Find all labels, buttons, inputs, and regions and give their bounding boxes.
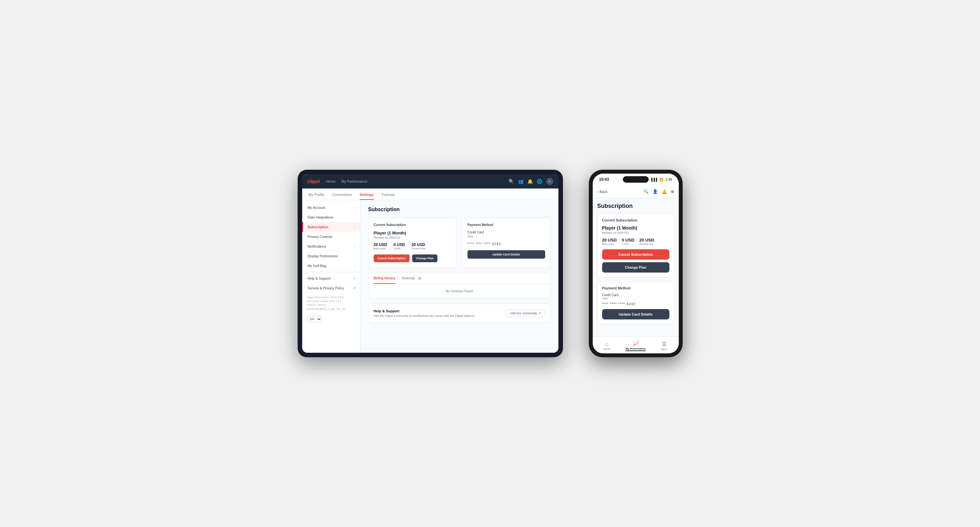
phone-nav-home[interactable]: ⌂ Home <box>593 340 622 351</box>
sidebar-item-subscription[interactable]: Subscription › <box>302 222 360 232</box>
phone-plan-name: Player (1 Month) <box>602 225 670 230</box>
renews-date: Renews on 25/07/23 <box>374 236 451 239</box>
phone-nav-menu[interactable]: ☰ Menu <box>650 340 679 351</box>
search-icon[interactable]: 🔍 <box>644 189 649 194</box>
sidebar-item-data-integrations[interactable]: Data Integrations › <box>302 213 360 222</box>
billing-section: Billing History Referrals 0 No Invoices … <box>368 273 550 298</box>
phone-subscription-card: Current Subscription Player (1 Month) Re… <box>597 213 674 278</box>
phone-nav-performance-label: My Performance <box>625 347 646 351</box>
phone-nav-icons: 🔍 👤 🔔 ⊕ <box>644 189 674 194</box>
chevron-icon: › <box>355 264 356 267</box>
phone-base-price: 20 USD Base price <box>602 238 617 245</box>
language-selector[interactable]: EN <box>307 316 356 322</box>
billing-empty-message: No Invoices Found <box>369 284 550 298</box>
visit-community-button[interactable]: Visit Our Community ↗ <box>506 310 545 317</box>
sidebar-item-privacy[interactable]: Privacy Controls › <box>302 232 360 241</box>
phone-nav-menu-label: Menu <box>661 348 667 351</box>
base-price-label: Base price <box>374 247 387 250</box>
phone-change-plan-button[interactable]: Change Plan <box>602 262 670 273</box>
tablet-subnav: My Profile Connections Settings Tutorial… <box>302 189 558 200</box>
bell-icon[interactable]: 🔔 <box>662 189 667 194</box>
nav-icons: 🔍 👥 🔔 🌐 A <box>509 178 553 185</box>
nav-link-performance[interactable]: My Performance <box>341 179 368 183</box>
phone-payment-title: Payment Method <box>602 286 670 290</box>
users-icon[interactable]: 👥 <box>518 179 523 184</box>
search-icon[interactable]: 🔍 <box>509 179 514 184</box>
external-link-icon: ↗ <box>353 277 356 280</box>
cancel-subscription-button[interactable]: Cancel Subscription <box>374 254 410 262</box>
amount-due-value: 20 USD <box>412 243 425 247</box>
help-description: Visit the Clippd Community to troublesho… <box>374 314 475 317</box>
tab-referrals[interactable]: Referrals 0 <box>402 273 422 284</box>
payment-section-title: Payment Method <box>468 223 545 227</box>
phone-credit-value: 0 USD <box>622 238 634 243</box>
phone-credit: 0 USD Credit <box>622 238 634 245</box>
sidebar-item-help[interactable]: Help & Support ↗ <box>302 273 360 283</box>
subnav-tutorials[interactable]: Tutorials <box>382 193 395 200</box>
phone-card-number: **** **** **** 4242 <box>602 302 670 306</box>
phone-device: 10:43 ▌▌▌ 📶 🔋85 ‹ Back 🔍 👤 🔔 ⊕ Subscript… <box>589 170 682 357</box>
back-button[interactable]: ‹ Back <box>597 190 608 194</box>
tab-billing-history[interactable]: Billing History <box>374 273 396 284</box>
external-link-icon: ↗ <box>353 287 356 290</box>
language-dropdown[interactable]: EN <box>307 316 322 322</box>
globe-icon[interactable]: 🌐 <box>537 179 542 184</box>
phone-amount-due: 20 USD Amount due <box>639 238 654 245</box>
sidebar-item-notifications[interactable]: Notifications › <box>302 241 360 251</box>
chevron-icon: › <box>355 235 356 238</box>
phone-credit-label: Credit <box>622 243 634 245</box>
plus-icon[interactable]: ⊕ <box>671 189 674 194</box>
sidebar-item-golfbag[interactable]: My Golf Bag › <box>302 261 360 271</box>
phone-status-icons: ▌▌▌ 📶 🔋85 <box>651 178 672 181</box>
battery-icon: 🔋85 <box>665 178 672 181</box>
sidebar: My Account › Data Integrations › Subscri… <box>302 200 360 353</box>
phone-cancel-button[interactable]: Cancel Subscription <box>602 249 670 260</box>
billing-tabs: Billing History Referrals 0 <box>369 273 550 284</box>
referrals-badge: 0 <box>417 277 422 280</box>
external-link-icon: ↗ <box>538 312 541 315</box>
phone-nav-performance[interactable]: 📈 My Performance <box>621 339 650 351</box>
sidebar-item-display[interactable]: Display Preferences › <box>302 251 360 261</box>
amounts-row: 20 USD Base price 0 USD Credit 20 USD Am… <box>374 243 451 250</box>
payment-method-card: Payment Method Credit Card Visa **** ***… <box>462 217 550 268</box>
card-type: Visa <box>468 235 545 238</box>
change-plan-button[interactable]: Change Plan <box>412 254 438 262</box>
credit-value: 0 USD <box>394 243 405 247</box>
phone-screen: 10:43 ▌▌▌ 📶 🔋85 ‹ Back 🔍 👤 🔔 ⊕ Subscript… <box>593 174 679 353</box>
update-card-button[interactable]: Update Card Details <box>468 250 545 259</box>
phone-renews: Renews on 25/07/23 <box>602 231 670 234</box>
nav-link-home[interactable]: Home <box>326 179 336 183</box>
amount-due-col: 20 USD Amount due <box>412 243 425 250</box>
bell-icon[interactable]: 🔔 <box>527 179 533 184</box>
subnav-myprofile[interactable]: My Profile <box>309 193 325 200</box>
sidebar-footer-text: Clippd Client Version: 2023.07.6-8 GQL S… <box>302 293 360 314</box>
sidebar-divider <box>302 272 360 272</box>
phone-navbar: ‹ Back 🔍 👤 🔔 ⊕ <box>593 185 679 198</box>
phone-time: 10:43 <box>599 177 609 182</box>
sidebar-item-account[interactable]: My Account › <box>302 203 360 213</box>
subnav-settings[interactable]: Settings <box>360 193 374 200</box>
chevron-icon: › <box>355 254 356 258</box>
phone-content: Subscription Current Subscription Player… <box>593 198 679 337</box>
avatar[interactable]: A <box>546 178 553 185</box>
person-icon[interactable]: 👤 <box>652 189 658 194</box>
chevron-icon: › <box>355 206 356 209</box>
phone-card-label: Credit Card <box>602 293 670 297</box>
phone-card-title: Current Subscription <box>602 218 670 222</box>
plan-name: Player (1 Month) <box>374 230 451 235</box>
card-actions: Cancel Subscription Change Plan <box>374 254 451 262</box>
tablet-device: clippd Home My Performance 🔍 👥 🔔 🌐 A My … <box>298 170 563 357</box>
help-section: Help & Support Visit the Clippd Communit… <box>368 303 550 323</box>
sidebar-item-privacy-policy[interactable]: Service & Privacy Policy ↗ <box>302 283 360 293</box>
help-title: Help & Support <box>374 309 475 313</box>
chevron-icon: › <box>355 245 356 248</box>
logo: clippd <box>307 179 320 184</box>
card-number: **** **** **** 4242 <box>468 242 545 246</box>
performance-icon: 📈 <box>633 340 639 347</box>
phone-nav-home-label: Home <box>603 348 610 351</box>
card-section-title: Current Subscription <box>374 223 451 227</box>
signal-icon: ▌▌▌ <box>651 178 658 181</box>
cards-row: Current Subscription Player (1 Month) Re… <box>368 217 550 268</box>
subnav-connections[interactable]: Connections <box>332 193 352 200</box>
phone-update-card-button[interactable]: Update Card Details <box>602 309 670 319</box>
